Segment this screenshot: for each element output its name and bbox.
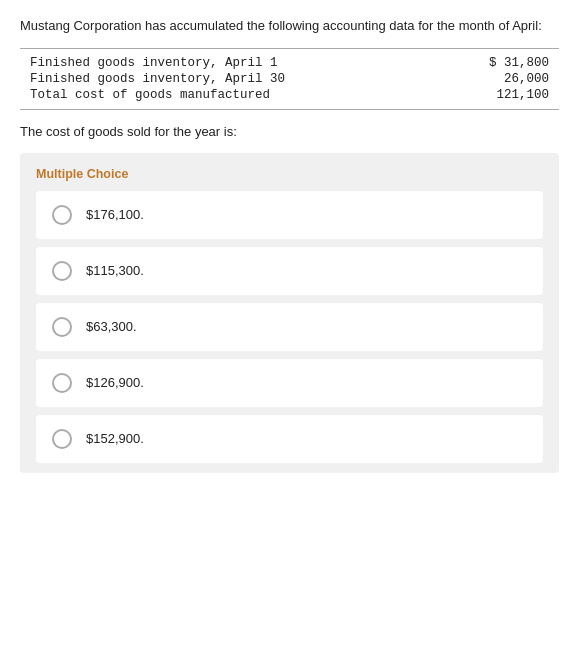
table-cell-value: 121,100: [469, 88, 549, 102]
option-text: $176,100.: [86, 207, 144, 222]
option-item[interactable]: $152,900.: [36, 415, 543, 463]
option-item[interactable]: $176,100.: [36, 191, 543, 239]
multiple-choice-section: Multiple Choice $176,100.$115,300.$63,30…: [20, 153, 559, 473]
table-cell-value: $ 31,800: [469, 56, 549, 70]
data-table: Finished goods inventory, April 1$ 31,80…: [20, 48, 559, 110]
option-text: $63,300.: [86, 319, 137, 334]
table-row: Total cost of goods manufactured121,100: [30, 87, 549, 103]
radio-circle: [52, 205, 72, 225]
option-text: $115,300.: [86, 263, 144, 278]
table-cell-value: 26,000: [469, 72, 549, 86]
option-item[interactable]: $126,900.: [36, 359, 543, 407]
radio-circle: [52, 429, 72, 449]
table-cell-label: Finished goods inventory, April 30: [30, 72, 469, 86]
radio-circle: [52, 317, 72, 337]
option-item[interactable]: $115,300.: [36, 247, 543, 295]
option-text: $126,900.: [86, 375, 144, 390]
table-cell-label: Finished goods inventory, April 1: [30, 56, 469, 70]
option-text: $152,900.: [86, 431, 144, 446]
table-row: Finished goods inventory, April 3026,000: [30, 71, 549, 87]
multiple-choice-label: Multiple Choice: [36, 167, 543, 181]
radio-circle: [52, 373, 72, 393]
table-cell-label: Total cost of goods manufactured: [30, 88, 469, 102]
table-row: Finished goods inventory, April 1$ 31,80…: [30, 55, 549, 71]
question-intro: Mustang Corporation has accumulated the …: [20, 16, 559, 36]
option-item[interactable]: $63,300.: [36, 303, 543, 351]
radio-circle: [52, 261, 72, 281]
sub-question: The cost of goods sold for the year is:: [20, 124, 559, 139]
